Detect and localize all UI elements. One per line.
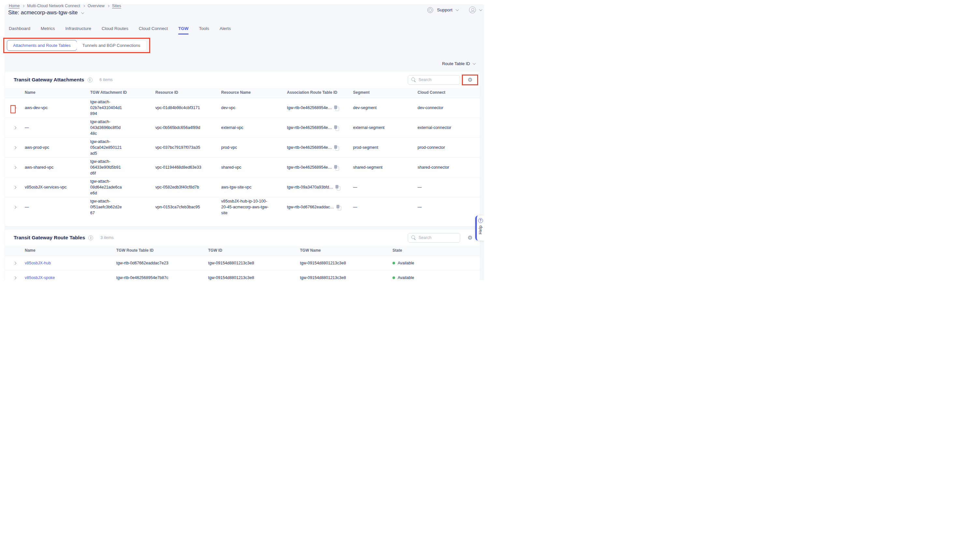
topbar-actions: Support [427,7,481,13]
attachments-search-input[interactable] [419,78,457,82]
cell-segment: dev-segment [353,105,418,111]
cell-cloud-connect: dev-connector [418,105,480,111]
cell-segment: — [353,204,418,210]
copy-icon[interactable] [334,125,339,130]
column-header-association-route-table-id: Association Route Table ID [287,90,353,95]
help-label: Help [478,225,483,234]
breadcrumb-item-sites[interactable]: Sites [112,3,121,8]
breadcrumb-item-mcn[interactable]: Multi-Cloud Network Connect [27,3,80,8]
cell-tgw-id: tgw-09154d8801213c3e8 [208,275,300,280]
tab-dashboard[interactable]: Dashboard [9,26,30,35]
column-header-state: State [393,248,480,253]
table-row: aws-dev-vpc tgw-attach-02b7e4310404d1894… [5,98,480,118]
cell-resource-name: aws-tgw-site-vpc [221,184,280,190]
cell-name: — [25,204,90,210]
attachments-items-count: 6 items [99,78,113,82]
route-table-link[interactable]: v85osbJX-spoke [25,275,55,280]
expand-row-icon[interactable] [13,186,17,189]
cell-association-route-table-id: tgw-rtb-0e462568954e… [287,125,332,131]
cell-resource-id: vpc-0582edb3f40cf8d7b [155,184,221,190]
attachments-card-title: Transit Gateway Attachments [14,77,85,83]
subtab-attachments-route-tables[interactable]: Attachments and Route Tables [7,40,77,51]
attachments-settings-button[interactable] [463,75,477,84]
column-header-tgw-id: TGW ID [208,248,300,253]
cell-segment: external-segment [353,125,418,131]
cell-resource-name: external-vpc [221,125,280,131]
cell-tgw-attachment-id: tgw-attach-02b7e4310404d1894 [90,99,130,116]
cell-association-route-table-id: tgw-rtb-0e462568954e… [287,105,332,111]
main-tabs: Dashboard Metrics Infrastructure Cloud R… [9,26,231,35]
route-table-link[interactable]: v85osbJX-hub [25,261,51,265]
copy-icon[interactable] [334,145,339,150]
table-row: v85osbJX-services-vpc tgw-attach-08d64e2… [5,177,480,197]
tab-tools[interactable]: Tools [199,26,209,35]
copy-icon[interactable] [335,185,340,190]
page-title-text: Site: acmecorp-aws-tgw-site [8,10,78,16]
copy-icon[interactable] [334,165,339,170]
column-header-resource-name: Resource Name [221,90,287,95]
route-tables-search-input[interactable] [419,235,457,240]
tab-alerts[interactable]: Alerts [219,26,231,35]
attachments-card: Transit Gateway Attachments 6 items Name… [5,71,480,226]
cell-tgw-id: tgw-09154d8801213c3e8 [208,260,300,266]
cell-name: aws-shared-vpc [25,164,90,170]
copy-icon[interactable] [334,106,339,110]
info-icon[interactable] [88,235,93,240]
app-window: Home Multi-Cloud Network Connect Overvie… [0,0,484,280]
table-row: v85osbJX-spoke tgw-rtb-0e462568954e7b87c… [5,270,480,280]
cell-cloud-connect: external-connector [418,125,480,131]
tab-cloud-connect[interactable]: Cloud Connect [139,26,168,35]
cell-resource-name: dev-vpc [221,105,280,111]
tab-tgw[interactable]: TGW [178,26,189,35]
subtab-group: Attachments and Route Tables Tunnels and… [7,40,147,51]
subtab-tunnels-bgp[interactable]: Tunnels and BGP Connections [76,40,146,50]
expand-row-icon[interactable] [13,262,17,265]
table-row: — tgw-attach-043d3696bc8f0d48c vpc-0b565… [5,118,480,138]
tab-cloud-routes[interactable]: Cloud Routes [102,26,128,35]
help-tab[interactable]: Help [475,215,484,240]
cell-cloud-connect: shared-connector [418,164,480,170]
column-header-name: Name [25,248,116,253]
cell-association-route-table-id: tgw-rtb-0d67662eaddac… [287,204,334,210]
expand-row-icon[interactable] [13,126,17,129]
support-caret-icon[interactable] [456,8,459,11]
cell-cloud-connect: — [418,184,480,190]
route-tables-card: Transit Gateway Route Tables 3 items Nam… [5,230,480,280]
expand-row-icon[interactable] [13,276,17,279]
cell-cloud-connect: — [418,204,480,210]
cell-tgw-attachment-id: tgw-attach-043d3696bc8f0d48c [90,119,130,136]
route-tables-search [408,233,460,243]
tab-infrastructure[interactable]: Infrastructure [65,26,91,35]
attachments-card-header: Transit Gateway Attachments 6 items [5,71,480,88]
info-icon[interactable] [88,78,93,82]
breadcrumb-separator-icon [107,5,109,7]
avatar-icon[interactable] [469,7,476,13]
gear-icon [467,235,472,240]
route-tables-items-count: 3 items [100,235,113,240]
cell-name: aws-dev-vpc [25,105,90,111]
breadcrumb-item-overview[interactable]: Overview [88,3,104,8]
cell-tgw-attachment-id: tgw-attach-06433e90fd5b91d6f [90,159,130,176]
breadcrumb-separator-icon [83,5,85,7]
column-header-segment: Segment [353,90,418,95]
cell-resource-name: shared-vpc [221,164,280,170]
expand-row-icon[interactable] [13,205,17,209]
help-icon [478,218,483,223]
tab-metrics[interactable]: Metrics [41,26,55,35]
cell-tgw-attachment-id: tgw-attach-0f51aefc3b62d2e67 [90,198,130,216]
support-menu[interactable]: Support [437,7,453,12]
gear-icon [467,77,472,83]
expand-row-icon[interactable] [13,166,17,169]
cell-resource-id: vpn-0153ca7cfeb3bac95 [155,204,221,210]
cell-segment: shared-segment [353,164,418,170]
state-dot [393,277,395,279]
breadcrumb-item-home[interactable]: Home [9,3,20,8]
expand-row-icon[interactable] [13,146,17,149]
cell-cloud-connect: prod-connector [418,144,480,151]
cell-resource-id: vpc-0b565bdc656a4f89d [155,125,221,131]
expand-row-icon[interactable] [13,106,17,109]
cell-tgw-route-table-id: tgw-rtb-0e462568954e7b87c [116,275,208,280]
copy-icon[interactable] [336,205,341,210]
attachments-search [408,75,460,84]
route-table-id-filter[interactable]: Route Table ID [442,61,475,66]
